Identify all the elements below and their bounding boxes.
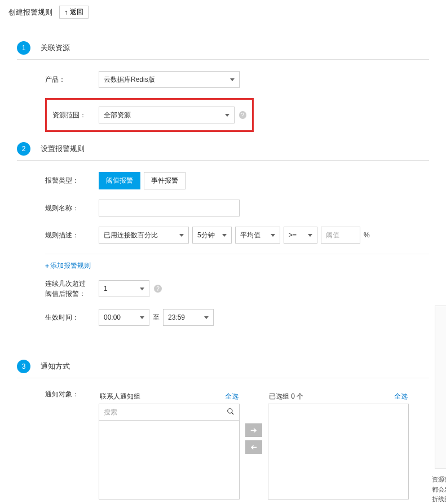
scope-highlight: 资源范围： 全部资源 ?: [45, 98, 254, 132]
duration-select[interactable]: 5分钟: [192, 227, 232, 244]
scope-label: 资源范围：: [52, 110, 99, 120]
available-header: 联系人通知组: [100, 392, 140, 401]
consecutive-select[interactable]: 1: [99, 280, 149, 297]
chevron-down-icon: [222, 234, 227, 237]
section-title-2: 设置报警规则: [41, 144, 85, 154]
time-from-select[interactable]: 00:00: [99, 309, 149, 326]
time-from-value: 00:00: [104, 313, 121, 321]
select-all-left[interactable]: 全选: [225, 392, 239, 401]
transfer-selected: 已选组 0 个 全选: [268, 390, 409, 499]
add-rule-label: 添加报警规则: [50, 261, 91, 271]
time-to-value: 23:59: [168, 313, 185, 321]
step-badge-2: 2: [17, 142, 30, 156]
consecutive-value: 1: [104, 285, 108, 293]
effective-time-label: 生效时间：: [45, 313, 99, 322]
notify-target-label: 通知对象：: [45, 390, 99, 399]
chevron-down-icon: [204, 316, 209, 319]
threshold-input[interactable]: [321, 227, 360, 244]
back-button[interactable]: ↑ 返回: [59, 6, 89, 19]
product-label: 产品：: [45, 75, 99, 85]
selected-list[interactable]: [268, 404, 409, 499]
operator-value: >=: [289, 231, 297, 239]
scope-value: 全部资源: [104, 110, 131, 120]
plus-icon: +: [45, 262, 49, 270]
select-all-right[interactable]: 全选: [394, 392, 408, 401]
operator-select[interactable]: >=: [284, 227, 317, 244]
rule-name-input[interactable]: [99, 200, 240, 216]
metric-select[interactable]: 已用连接数百分比: [99, 227, 189, 244]
back-label: 返回: [70, 7, 83, 17]
transfer-available: 联系人通知组 全选: [99, 390, 240, 499]
chevron-down-icon: [225, 114, 229, 117]
svg-line-1: [232, 412, 234, 414]
selected-header: 已选组 0 个: [269, 392, 303, 401]
help-icon[interactable]: ?: [239, 111, 246, 119]
page-title: 创建报警规则: [8, 7, 52, 17]
chevron-down-icon: [179, 234, 184, 237]
rule-name-label: 规则名称：: [45, 204, 99, 213]
duration-value: 5分钟: [197, 231, 215, 240]
move-left-button[interactable]: ➔: [245, 440, 262, 454]
metric-value: 已用连接数百分比: [104, 231, 158, 240]
chevron-down-icon: [140, 316, 144, 319]
step-badge-1: 1: [17, 41, 30, 55]
rule-desc-label: 规则描述：: [45, 231, 99, 240]
chevron-down-icon: [271, 234, 275, 237]
alarm-type-label: 报警类型：: [45, 176, 99, 185]
stat-value: 平均值: [240, 231, 260, 240]
stat-select[interactable]: 平均值: [235, 227, 280, 244]
section-title-3: 通知方式: [41, 361, 70, 372]
percent-label: %: [364, 231, 370, 239]
available-list[interactable]: [99, 421, 240, 499]
scope-select[interactable]: 全部资源: [99, 107, 235, 123]
product-value: 云数据库Redis版: [104, 75, 155, 85]
consecutive-label: 连续几次超过 阈值后报警：: [45, 278, 99, 299]
svg-point-0: [228, 408, 232, 413]
chevron-down-icon: [140, 288, 144, 290]
section-resources: 1 关联资源 产品： 云数据库Redis版 资源范围： 全部资源 ?: [0, 41, 446, 132]
section-title-1: 关联资源: [41, 43, 70, 53]
chevron-down-icon: [308, 234, 312, 237]
chevron-down-icon: [230, 78, 235, 81]
time-to-select[interactable]: 23:59: [163, 309, 214, 326]
tab-threshold[interactable]: 阈值报警: [99, 172, 140, 189]
search-icon[interactable]: [227, 408, 235, 417]
move-right-button[interactable]: ➔: [245, 423, 262, 437]
add-rule-link[interactable]: + 添加报警规则: [45, 261, 91, 271]
product-select[interactable]: 云数据库Redis版: [99, 71, 240, 88]
step-badge-3: 3: [17, 360, 30, 373]
section-rules: 2 设置报警规则 报警类型： 阈值报警 事件报警 规则名称： 规则描述： 已用连…: [0, 142, 446, 326]
back-arrow-icon: ↑: [64, 8, 68, 16]
search-box[interactable]: [99, 404, 240, 421]
search-input[interactable]: [104, 408, 227, 416]
tab-event[interactable]: 事件报警: [144, 172, 186, 189]
to-separator: 至: [153, 313, 160, 322]
help-icon[interactable]: ?: [154, 285, 162, 293]
section-notify: 3 通知方式 通知对象： 联系人通知组 全选: [0, 360, 446, 504]
